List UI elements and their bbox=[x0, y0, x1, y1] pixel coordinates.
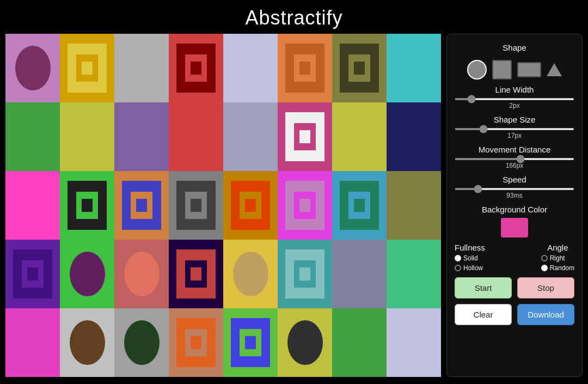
grid-cell bbox=[169, 34, 223, 102]
speed-section: Speed 93ms bbox=[455, 175, 574, 199]
grid-cell bbox=[60, 240, 114, 308]
grid-cell bbox=[332, 102, 387, 171]
grid-cell bbox=[387, 171, 441, 240]
app-title: Abstractify bbox=[245, 0, 342, 34]
fullness-radio-group: Solid Hollow bbox=[455, 254, 485, 272]
bg-color-label: Background Color bbox=[455, 205, 574, 214]
grid-cell bbox=[5, 240, 60, 308]
radio-random-label: Random bbox=[550, 264, 574, 272]
shape-circle-btn[interactable] bbox=[467, 60, 487, 80]
shape-size-slider[interactable] bbox=[455, 128, 574, 130]
grid-cell bbox=[60, 308, 114, 377]
radio-hollow-label: Hollow bbox=[463, 264, 483, 272]
stop-button[interactable]: Stop bbox=[517, 277, 574, 298]
angle-label: Angle bbox=[541, 243, 574, 252]
grid-cell bbox=[114, 34, 169, 102]
grid-cell bbox=[114, 308, 169, 377]
grid-cell bbox=[278, 34, 332, 102]
grid-cell bbox=[278, 171, 332, 240]
grid-cell bbox=[60, 34, 114, 102]
grid-cell bbox=[223, 171, 278, 240]
clear-button[interactable]: Clear bbox=[455, 304, 512, 325]
start-stop-row: Start Stop bbox=[455, 277, 574, 298]
grid-cell bbox=[114, 240, 169, 308]
line-width-section: Line Width 2px bbox=[455, 85, 574, 109]
grid-cell bbox=[223, 240, 278, 308]
shape-triangle-btn[interactable] bbox=[547, 63, 562, 76]
grid-cell bbox=[223, 34, 278, 102]
line-width-label: Line Width bbox=[455, 85, 574, 94]
radio-hollow-indicator bbox=[455, 265, 461, 271]
grid-cell bbox=[114, 171, 169, 240]
speed-label: Speed bbox=[455, 175, 574, 184]
grid-cell bbox=[60, 171, 114, 240]
grid-cell bbox=[387, 308, 441, 377]
radio-solid-indicator bbox=[455, 255, 461, 261]
grid-cell bbox=[169, 240, 223, 308]
grid-cell bbox=[278, 240, 332, 308]
bg-color-swatch[interactable] bbox=[501, 218, 528, 237]
art-grid bbox=[5, 34, 441, 377]
grid-cell bbox=[387, 34, 441, 102]
grid-cell bbox=[169, 171, 223, 240]
radio-right-label: Right bbox=[550, 254, 565, 262]
shape-size-section: Shape Size 17px bbox=[455, 115, 574, 139]
grid-cell bbox=[387, 102, 441, 171]
bg-color-section: Background Color bbox=[455, 205, 574, 237]
line-width-slider[interactable] bbox=[455, 98, 574, 100]
grid-cell bbox=[5, 102, 60, 171]
grid-cell bbox=[5, 34, 60, 102]
movement-distance-label: Movement Distance bbox=[455, 145, 574, 154]
shape-label: Shape bbox=[455, 43, 574, 52]
angle-radio-group: Right Random bbox=[541, 254, 574, 272]
movement-distance-slider[interactable] bbox=[455, 158, 574, 160]
speed-slider[interactable] bbox=[455, 188, 574, 190]
grid-cell bbox=[114, 102, 169, 171]
speed-value: 93ms bbox=[455, 192, 574, 199]
shape-size-label: Shape Size bbox=[455, 115, 574, 124]
shape-selector bbox=[455, 60, 574, 80]
radio-solid-label: Solid bbox=[463, 254, 478, 262]
grid-cell bbox=[169, 102, 223, 171]
grid-cell bbox=[332, 34, 387, 102]
radio-random-row[interactable]: Random bbox=[541, 264, 574, 272]
grid-cell bbox=[223, 308, 278, 377]
fullness-label: Fullness bbox=[455, 243, 485, 252]
clear-download-row: Clear Download bbox=[455, 304, 574, 325]
grid-cell bbox=[169, 308, 223, 377]
radio-right-indicator bbox=[541, 255, 548, 261]
radio-right-row[interactable]: Right bbox=[541, 254, 574, 262]
canvas-area bbox=[5, 34, 441, 377]
controls-panel: Shape Line Width 2px Shape Size 17px Mov… bbox=[446, 34, 583, 377]
line-width-value: 2px bbox=[455, 102, 574, 109]
shape-size-value: 17px bbox=[455, 132, 574, 139]
start-button[interactable]: Start bbox=[455, 277, 512, 298]
grid-cell bbox=[60, 102, 114, 171]
grid-cell bbox=[5, 308, 60, 377]
download-button[interactable]: Download bbox=[517, 304, 574, 325]
grid-cell bbox=[223, 102, 278, 171]
grid-cell bbox=[332, 240, 387, 308]
movement-distance-section: Movement Distance 166px bbox=[455, 145, 574, 169]
radio-random-indicator bbox=[541, 265, 548, 271]
grid-cell bbox=[332, 171, 387, 240]
grid-cell bbox=[5, 171, 60, 240]
grid-cell bbox=[387, 240, 441, 308]
shape-rect-btn[interactable] bbox=[517, 62, 541, 77]
grid-cell bbox=[332, 308, 387, 377]
grid-cell bbox=[278, 102, 332, 171]
grid-cell bbox=[278, 308, 332, 377]
fullness-section: Fullness Solid Hollow bbox=[455, 243, 485, 272]
radio-solid-row[interactable]: Solid bbox=[455, 254, 485, 262]
main-area: Shape Line Width 2px Shape Size 17px Mov… bbox=[0, 34, 588, 377]
fullness-angle-row: Fullness Solid Hollow Angle bbox=[455, 243, 574, 272]
movement-distance-value: 166px bbox=[455, 162, 574, 169]
radio-hollow-row[interactable]: Hollow bbox=[455, 264, 485, 272]
angle-section: Angle Right Random bbox=[541, 243, 574, 272]
shape-square-btn[interactable] bbox=[492, 60, 512, 80]
